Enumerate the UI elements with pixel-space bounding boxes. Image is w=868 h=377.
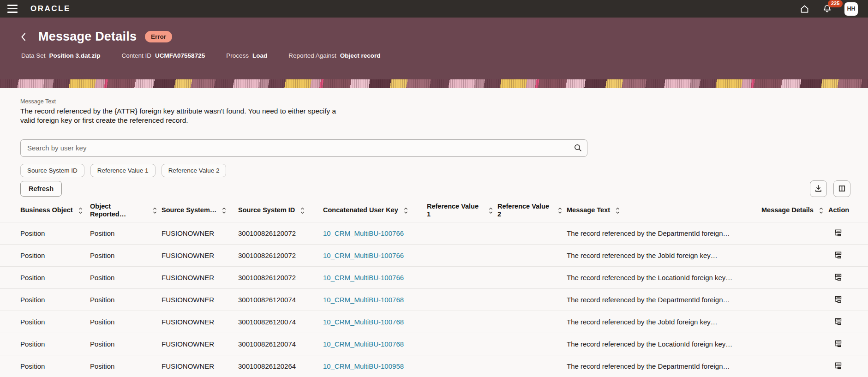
cell-business-object: Position xyxy=(0,289,90,311)
sort-icon[interactable] xyxy=(616,207,620,214)
table-header-row: Business Object Object Reported… Source … xyxy=(0,199,868,222)
table-toolbar: Refresh xyxy=(20,180,850,197)
cell-reference-value-2 xyxy=(497,267,567,289)
cell-source-system: FUSIONOWNER xyxy=(162,245,238,267)
message-details-action-button[interactable] xyxy=(834,362,843,371)
message-details-action-button[interactable] xyxy=(834,251,843,260)
cell-user-key: 10_CRM_MultiBU-100768 xyxy=(323,289,427,311)
col-header-message-text[interactable]: Message Text xyxy=(567,199,761,222)
col-header-business-object[interactable]: Business Object xyxy=(0,199,90,222)
cell-action xyxy=(828,267,868,289)
sort-icon[interactable] xyxy=(819,207,823,214)
sort-icon[interactable] xyxy=(300,207,305,214)
message-details-action-button[interactable] xyxy=(834,340,843,348)
message-details-action-button[interactable] xyxy=(834,295,843,304)
sort-icon[interactable] xyxy=(78,207,83,214)
cell-business-object: Position xyxy=(0,311,90,333)
message-details-action-button[interactable] xyxy=(834,317,843,326)
notification-count-badge: 225 xyxy=(828,0,843,7)
cell-reference-value-2 xyxy=(497,333,567,355)
filter-chip-source-system-id[interactable]: Source System ID xyxy=(20,164,84,177)
search-icon xyxy=(574,144,582,152)
message-details-action-button[interactable] xyxy=(834,273,843,282)
table-row[interactable]: Position Position FUSIONOWNER 3001008261… xyxy=(0,333,868,355)
message-text-label: Message Text xyxy=(20,98,850,105)
cell-message-text: The record referenced by the JobId forei… xyxy=(567,245,761,267)
cell-message-details xyxy=(761,311,828,333)
hierarchy-details-icon xyxy=(834,295,843,304)
cell-action xyxy=(828,333,868,355)
table-row[interactable]: Position Position FUSIONOWNER 3001008261… xyxy=(0,289,868,311)
col-header-source-system[interactable]: Source System… xyxy=(162,199,238,222)
cell-message-text: The record referenced by the DepartmentI… xyxy=(567,289,761,311)
cell-object-reported: Position xyxy=(90,333,162,355)
user-key-link[interactable]: 10_CRM_MultiBU-100766 xyxy=(323,274,404,281)
cell-user-key: 10_CRM_MultiBU-100766 xyxy=(323,245,427,267)
cell-business-object: Position xyxy=(0,222,90,245)
user-key-link[interactable]: 10_CRM_MultiBU-100766 xyxy=(323,229,404,237)
col-header-object-reported[interactable]: Object Reported… xyxy=(90,199,162,222)
search-button[interactable] xyxy=(570,141,586,156)
cell-action xyxy=(828,311,868,333)
meta-reported-against: Reported Against Object record xyxy=(288,52,380,59)
hierarchy-details-icon xyxy=(834,251,843,260)
manage-columns-button[interactable] xyxy=(833,180,850,197)
cell-reference-value-2 xyxy=(497,355,567,377)
cell-user-key: 10_CRM_MultiBU-100768 xyxy=(323,333,427,355)
cell-source-system: FUSIONOWNER xyxy=(162,355,238,377)
cell-action xyxy=(828,289,868,311)
col-header-concatenated-user-key[interactable]: Concatenated User Key xyxy=(323,199,427,222)
cell-message-details xyxy=(761,245,828,267)
cell-reference-value-2 xyxy=(497,245,567,267)
cell-object-reported: Position xyxy=(90,311,162,333)
user-key-link[interactable]: 10_CRM_MultiBU-100768 xyxy=(323,296,404,304)
hamburger-menu-icon[interactable] xyxy=(5,1,20,17)
refresh-button[interactable]: Refresh xyxy=(20,181,62,197)
message-details-action-button[interactable] xyxy=(834,229,843,238)
table-row[interactable]: Position Position FUSIONOWNER 3001008261… xyxy=(0,311,868,333)
sort-icon[interactable] xyxy=(489,207,493,214)
cell-reference-value-1 xyxy=(427,289,497,311)
cell-object-reported: Position xyxy=(90,222,162,245)
cell-business-object: Position xyxy=(0,333,90,355)
table-row[interactable]: Position Position FUSIONOWNER 3001008261… xyxy=(0,267,868,289)
search-input[interactable] xyxy=(20,139,587,157)
cell-message-text: The record referenced by the LocationId … xyxy=(567,267,761,289)
table-row[interactable]: Position Position FUSIONOWNER 3001008261… xyxy=(0,245,868,267)
cell-object-reported: Position xyxy=(90,289,162,311)
meta-data-set: Data Set Position 3.dat.zip xyxy=(21,52,101,59)
status-badge: Error xyxy=(145,31,172,42)
avatar[interactable]: HH xyxy=(844,2,858,16)
filter-chip-reference-value-2[interactable]: Reference Value 2 xyxy=(162,164,227,177)
message-text-section: Message Text The record referenced by th… xyxy=(0,98,868,126)
cell-message-details xyxy=(761,355,828,377)
home-button[interactable] xyxy=(799,4,810,14)
sort-icon[interactable] xyxy=(558,207,562,214)
user-key-link[interactable]: 10_CRM_MultiBU-100766 xyxy=(323,251,404,259)
user-key-link[interactable]: 10_CRM_MultiBU-100768 xyxy=(323,318,404,326)
sort-icon[interactable] xyxy=(404,207,408,214)
sort-icon[interactable] xyxy=(153,207,157,214)
filter-chip-reference-value-1[interactable]: Reference Value 1 xyxy=(90,164,156,177)
cell-business-object: Position xyxy=(0,245,90,267)
topbar-actions: 225 HH xyxy=(799,2,858,16)
col-header-source-system-id[interactable]: Source System ID xyxy=(238,199,323,222)
cell-message-details xyxy=(761,222,828,245)
user-key-link[interactable]: 10_CRM_MultiBU-100768 xyxy=(323,340,404,348)
sort-icon[interactable] xyxy=(222,207,226,214)
col-header-reference-value-1[interactable]: Reference Value 1 xyxy=(427,199,497,222)
table-row[interactable]: Position Position FUSIONOWNER 3001008261… xyxy=(0,222,868,245)
cell-message-details xyxy=(761,289,828,311)
col-header-reference-value-2[interactable]: Reference Value 2 xyxy=(497,199,567,222)
cell-object-reported: Position xyxy=(90,245,162,267)
user-key-link[interactable]: 10_CRM_MultiBU-100958 xyxy=(323,362,404,370)
hierarchy-details-icon xyxy=(834,317,843,326)
table-row[interactable]: Position Position FUSIONOWNER 3001008261… xyxy=(0,355,868,377)
cell-source-system: FUSIONOWNER xyxy=(162,311,238,333)
cell-source-system: FUSIONOWNER xyxy=(162,267,238,289)
download-button[interactable] xyxy=(810,180,827,197)
col-header-message-details[interactable]: Message Details xyxy=(761,199,828,222)
back-button[interactable] xyxy=(18,30,29,43)
notifications-button[interactable]: 225 xyxy=(822,4,832,14)
cell-reference-value-2 xyxy=(497,311,567,333)
